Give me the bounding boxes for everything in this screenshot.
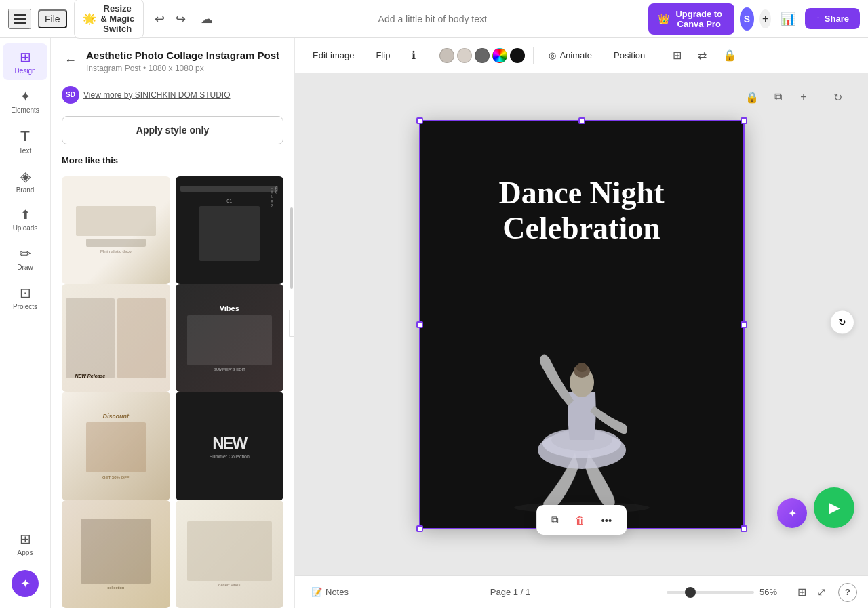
assistant-button[interactable]: ▶ — [814, 487, 854, 528]
handle-top-left[interactable] — [416, 117, 423, 124]
notes-icon: 📝 — [311, 587, 322, 597]
sidebar-item-projects[interactable]: ⊡ Projects — [3, 279, 47, 316]
menu-button[interactable] — [8, 9, 31, 29]
flip-button[interactable]: Flip — [369, 46, 397, 64]
draw-icon: ✏ — [20, 245, 31, 262]
magic-switch-button[interactable]: 🌟 Resize & Magic Switch — [74, 0, 144, 39]
canvas-copy-button[interactable]: ⧉ — [768, 87, 788, 107]
dancer-svg — [487, 257, 677, 528]
handle-bottom-left[interactable] — [416, 525, 423, 532]
color-swatch-1[interactable] — [439, 48, 454, 63]
color-swatch-3[interactable] — [475, 48, 490, 63]
redo-button[interactable]: ↪ — [172, 7, 190, 31]
toolbar-divider-1 — [431, 47, 431, 64]
template-thumb-8[interactable]: desert vibes — [176, 500, 284, 608]
zoom-level: 56% — [760, 587, 785, 597]
animate-button[interactable]: ◎ Animate — [542, 46, 599, 64]
handle-middle-right[interactable] — [741, 321, 747, 328]
refresh-rotate-button[interactable]: ↻ — [827, 87, 848, 107]
template-thumb-1[interactable]: Minimalistic deco — [62, 176, 170, 285]
floating-more-button[interactable]: ••• — [595, 510, 619, 531]
file-menu-button[interactable]: File — [38, 9, 67, 28]
floating-toolbar: ⧉ 🗑 ••• — [536, 505, 627, 535]
apply-style-button[interactable]: Apply style only — [62, 116, 283, 144]
handle-bottom-right[interactable] — [741, 525, 747, 532]
brand-icon: ◈ — [20, 168, 31, 184]
editor-toolbar: Edit image Flip ℹ ◎ Animate Position ⊞ ⇄… — [295, 38, 868, 73]
sidebar-item-text[interactable]: T Text — [3, 122, 47, 160]
cloud-save-button[interactable]: ☁ — [197, 7, 217, 31]
sidebar-item-design[interactable]: ⊞ Design — [3, 43, 47, 80]
magic-button[interactable]: ✦ — [777, 498, 807, 528]
canvas-add-button[interactable]: + — [793, 87, 814, 107]
edit-image-button[interactable]: Edit image — [306, 46, 361, 64]
sidebar-item-brand[interactable]: ◈ Brand — [3, 163, 47, 199]
template-thumb-4[interactable]: Vibes SUMMER'S EDIT — [176, 284, 284, 392]
view-toggle: ⊞ ⤢ — [793, 582, 830, 603]
zoom-controls: 56% — [667, 587, 785, 597]
left-panel: ‹ ← Aesthetic Photo Collage Instagram Po… — [51, 38, 295, 608]
handle-top-right[interactable] — [741, 117, 747, 124]
back-button[interactable]: ← — [62, 51, 79, 70]
top-bar-right: 👑 Upgrade to Canva Pro S + 📊 ↑ Share — [648, 3, 860, 35]
position-button[interactable]: Position — [607, 46, 652, 64]
template-thumb-2[interactable]: 01 NEW COLLECTION — [176, 176, 284, 285]
canvas-lock-button[interactable]: 🔒 — [742, 87, 762, 107]
panel-collapse-button[interactable]: ‹ — [289, 310, 295, 337]
color-swatches — [439, 48, 525, 63]
magic-wand-icon: ✦ — [788, 507, 797, 520]
color-swatch-2[interactable] — [457, 48, 472, 63]
top-bar-left: File 🌟 Resize & Magic Switch ↩ ↪ ☁ — [8, 0, 217, 39]
color-gradient-swatch[interactable] — [492, 48, 507, 63]
apps-icon: ⊞ — [20, 531, 31, 547]
canvas-content[interactable]: 🔒 ⧉ + ↻ — [295, 73, 868, 575]
elements-icon: ✦ — [20, 88, 31, 104]
template-thumb-5[interactable]: Discount GET 30% OFF — [62, 392, 170, 500]
undo-redo-group: ↩ ↪ — [151, 7, 190, 31]
replace-icon-button[interactable]: ⇄ — [694, 45, 711, 66]
sparkle-icon: ✦ — [20, 576, 31, 591]
help-button[interactable]: ? — [838, 583, 857, 602]
sidebar-item-elements[interactable]: ✦ Elements — [3, 83, 47, 119]
assistant-dot[interactable]: ✦ — [12, 570, 39, 597]
top-bar: File 🌟 Resize & Magic Switch ↩ ↪ ☁ 👑 Upg… — [0, 0, 868, 38]
zoom-slider[interactable] — [667, 591, 754, 594]
template-subtitle: Instagram Post • 1080 x 1080 px — [86, 64, 283, 73]
panel-scrollbar[interactable] — [290, 207, 293, 289]
animate-icon: ◎ — [549, 50, 556, 60]
author-link[interactable]: View more by SINICHKIN DOM STUDIO — [83, 90, 230, 100]
add-team-button[interactable]: + — [760, 9, 771, 28]
fullscreen-button[interactable]: ⤢ — [813, 582, 830, 603]
star-icon: 🌟 — [83, 12, 96, 25]
undo-button[interactable]: ↩ — [151, 7, 169, 31]
upgrade-button[interactable]: 👑 Upgrade to Canva Pro — [648, 3, 734, 35]
template-thumb-7[interactable]: collection — [62, 500, 170, 608]
info-button[interactable]: ℹ — [405, 45, 422, 66]
share-button[interactable]: ↑ Share — [805, 8, 860, 29]
analytics-button[interactable]: 📊 — [776, 7, 800, 31]
sidebar-item-uploads[interactable]: ⬆ Uploads — [3, 202, 47, 237]
page-info-center: Page 1 / 1 — [362, 587, 658, 597]
top-bar-center — [224, 11, 642, 27]
share-icon: ↑ — [816, 14, 821, 24]
sidebar-item-draw[interactable]: ✏ Draw — [3, 240, 47, 277]
notes-button[interactable]: 📝 Notes — [306, 583, 354, 601]
rotate-btn-area: ↻ — [827, 87, 848, 107]
canvas-main-text[interactable]: Dance Night Celebration — [426, 176, 738, 247]
handle-middle-left[interactable] — [416, 321, 423, 328]
floating-delete-button[interactable]: 🗑 — [568, 510, 592, 531]
template-thumb-3[interactable]: NEW Release — [62, 284, 170, 392]
grid-view-button[interactable]: ⊞ — [793, 582, 810, 603]
template-thumb-6[interactable]: NEW Summer Collection — [176, 392, 284, 500]
sidebar-item-apps[interactable]: ⊞ Apps — [3, 525, 47, 562]
handle-top-center[interactable] — [578, 117, 585, 124]
floating-copy-button[interactable]: ⧉ — [545, 509, 566, 531]
user-avatar[interactable]: S — [740, 7, 754, 31]
color-swatch-5[interactable] — [510, 48, 525, 63]
document-title-input[interactable] — [338, 11, 528, 27]
grid-icon-button[interactable]: ⊞ — [669, 45, 686, 66]
lock-icon-button[interactable]: 🔒 — [719, 45, 741, 66]
canvas-top-icons: 🔒 ⧉ + — [742, 87, 814, 107]
right-control-sync[interactable]: ↻ — [830, 310, 854, 334]
design-canvas[interactable]: Dance Night Celebration — [419, 121, 745, 528]
